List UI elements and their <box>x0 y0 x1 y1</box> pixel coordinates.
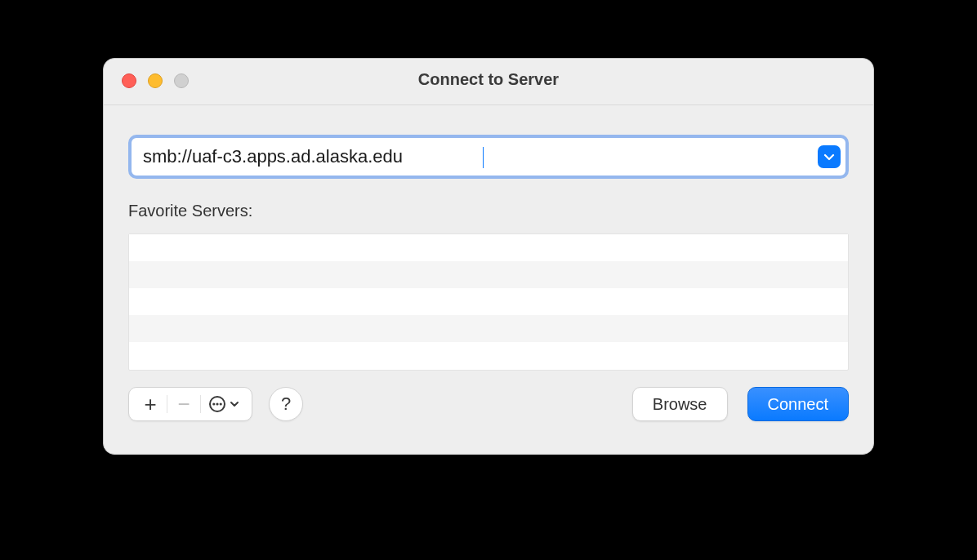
list-row[interactable] <box>129 261 848 288</box>
remove-favorite-button: − <box>167 388 200 420</box>
chevron-down-icon <box>230 399 239 409</box>
ellipsis-circle-icon <box>208 395 226 413</box>
svg-point-1 <box>212 402 215 405</box>
list-row[interactable] <box>129 315 848 342</box>
favorites-action-menu[interactable] <box>201 388 247 420</box>
server-address-combobox[interactable] <box>128 135 849 179</box>
server-address-input[interactable] <box>132 138 818 176</box>
favorite-servers-list[interactable] <box>128 233 849 371</box>
svg-point-2 <box>216 402 218 405</box>
help-icon: ? <box>281 393 291 415</box>
favorites-label: Favorite Servers: <box>128 202 849 220</box>
minus-icon: − <box>177 392 190 417</box>
browse-label: Browse <box>653 395 707 414</box>
connect-label: Connect <box>768 395 829 414</box>
text-caret <box>483 147 484 168</box>
history-dropdown-button[interactable] <box>818 145 841 168</box>
connect-button[interactable]: Connect <box>747 387 850 421</box>
add-favorite-button[interactable]: + <box>134 388 167 420</box>
favorites-edit-segment: + − <box>128 387 252 421</box>
footer-toolbar: + − <box>128 387 849 421</box>
list-row[interactable] <box>129 342 848 369</box>
window-title: Connect to Server <box>104 70 873 89</box>
svg-point-3 <box>220 402 222 405</box>
window-body: Favorite Servers: + − <box>104 105 873 442</box>
connect-to-server-window: Connect to Server Favorite Servers: <box>103 58 874 455</box>
browse-button[interactable]: Browse <box>632 387 728 421</box>
titlebar: Connect to Server <box>104 59 873 105</box>
chevron-down-icon <box>823 151 835 162</box>
plus-icon: + <box>144 392 156 417</box>
list-row[interactable] <box>129 288 848 315</box>
list-row[interactable] <box>129 234 848 261</box>
help-button[interactable]: ? <box>269 387 303 421</box>
